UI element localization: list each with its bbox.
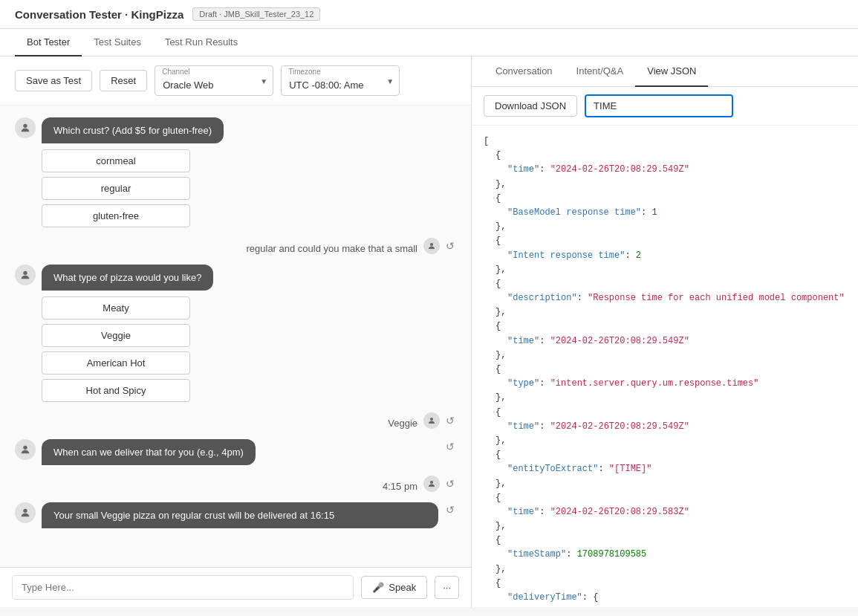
- json-line: "BaseModel response time": 1: [484, 206, 846, 220]
- bot-avatar-pizza: [15, 265, 36, 285]
- json-line: },: [484, 391, 846, 405]
- reset-button[interactable]: Reset: [100, 70, 147, 91]
- refresh-icon-regular[interactable]: ↺: [444, 239, 456, 253]
- json-line: },: [484, 178, 846, 192]
- pizza-options: Meaty Veggie American Hot Hot and Spicy: [42, 296, 213, 402]
- json-line: [: [484, 134, 846, 149]
- main-layout: Save as Test Reset Channel Oracle Web ▼ …: [0, 56, 858, 607]
- tab-test-suites[interactable]: Test Suites: [82, 29, 153, 56]
- final-bubble: Your small Veggie pizza on regular crust…: [42, 502, 438, 528]
- json-line: "time": "2024-02-26T20:08:29.549Z": [484, 334, 846, 348]
- bot-delivery-content: When can we deliver that for you (e.g., …: [42, 439, 256, 465]
- svg-point-3: [430, 418, 433, 421]
- option-gluten-free[interactable]: gluten-free: [42, 204, 190, 227]
- tab-view-json[interactable]: View JSON: [635, 56, 708, 87]
- option-american-hot[interactable]: American Hot: [42, 351, 190, 375]
- app-title: Conversation Tester · KingPizza: [15, 8, 183, 21]
- svg-point-0: [23, 124, 27, 128]
- speak-label: Speak: [389, 582, 416, 593]
- option-regular[interactable]: regular: [42, 177, 190, 200]
- tab-conversation[interactable]: Conversation: [484, 56, 565, 87]
- svg-point-2: [23, 271, 27, 275]
- option-hot-and-spicy[interactable]: Hot and Spicy: [42, 379, 190, 402]
- channel-label: Channel: [162, 68, 189, 76]
- bot-delivery-bubble: When can we deliver that for you (e.g., …: [42, 439, 256, 465]
- json-line: },: [484, 477, 846, 491]
- svg-point-6: [23, 509, 27, 513]
- json-line: },: [484, 220, 846, 234]
- bot-avatar-final: [15, 502, 36, 523]
- draft-badge: Draft · JMB_Skill_Tester_23_12: [192, 7, 320, 21]
- json-line: "deliveryTime": {: [484, 591, 846, 605]
- refresh-icon-time[interactable]: ↺: [444, 476, 456, 491]
- user-time-icons: ↺: [423, 476, 456, 492]
- bot-crust-bubble: Which crust? (Add $5 for gluten-free): [42, 117, 224, 143]
- json-line: "time": "2024-02-26T20:08:29.549Z": [484, 420, 846, 434]
- tab-intent-qa[interactable]: Intent/Q&A: [565, 56, 636, 87]
- json-line: {: [484, 448, 846, 462]
- json-line: {: [484, 577, 846, 591]
- bot-crust-content: Which crust? (Add $5 for gluten-free) co…: [42, 117, 224, 227]
- bot-message-crust: Which crust? (Add $5 for gluten-free) co…: [15, 117, 456, 227]
- chat-area: Which crust? (Add $5 for gluten-free) co…: [0, 106, 471, 567]
- chat-input[interactable]: [12, 575, 354, 600]
- json-line: {: [484, 363, 846, 377]
- json-line: },: [484, 305, 846, 320]
- json-line: "Intent response time": 2: [484, 249, 846, 263]
- left-panel: Save as Test Reset Channel Oracle Web ▼ …: [0, 56, 472, 607]
- json-line: "time": "2024-02-26T20:08:29.549Z": [484, 163, 846, 177]
- option-cornmeal[interactable]: cornmeal: [42, 149, 190, 172]
- download-json-button[interactable]: Download JSON: [484, 95, 577, 117]
- save-as-test-button[interactable]: Save as Test: [15, 70, 92, 91]
- mic-icon: 🎤: [372, 582, 384, 593]
- svg-point-4: [23, 446, 27, 450]
- json-line: "time": "2024-02-26T20:08:29.583Z": [484, 505, 846, 519]
- option-meaty[interactable]: Meaty: [42, 296, 190, 320]
- json-line: {: [484, 277, 846, 291]
- json-line: {: [484, 192, 846, 206]
- refresh-icon-delivery[interactable]: ↺: [444, 439, 456, 454]
- json-line: },: [484, 519, 846, 534]
- svg-point-5: [430, 481, 433, 484]
- bot-message-final: Your small Veggie pizza on regular crust…: [15, 502, 456, 528]
- tab-bot-tester[interactable]: Bot Tester: [15, 29, 82, 56]
- user-avatar-regular: [423, 238, 440, 254]
- bot-message-delivery: When can we deliver that for you (e.g., …: [15, 439, 456, 465]
- user-time-text: 4:15 pm: [383, 481, 417, 492]
- json-search-input[interactable]: [585, 94, 733, 117]
- user-avatar-time: [423, 476, 440, 492]
- timezone-select-wrapper: Timezone UTC -08:00: Ame ▼: [281, 65, 400, 96]
- user-message-veggie: Veggie ↺: [15, 412, 456, 429]
- refresh-icon-veggie[interactable]: ↺: [444, 413, 456, 428]
- top-bar: Conversation Tester · KingPizza Draft · …: [0, 0, 858, 29]
- channel-select-wrapper: Channel Oracle Web ▼: [155, 65, 273, 96]
- user-veggie-icons: ↺: [423, 412, 456, 429]
- json-line: "description": "Response time for each u…: [484, 291, 846, 305]
- bot-avatar-delivery: [15, 439, 36, 460]
- right-panel: Conversation Intent/Q&A View JSON Downlo…: [472, 56, 858, 607]
- json-line: {: [484, 149, 846, 163]
- bot-avatar-crust: [15, 117, 36, 138]
- json-line: },: [484, 434, 846, 448]
- svg-point-1: [430, 243, 433, 246]
- more-button[interactable]: ···: [435, 576, 459, 599]
- json-toolbar: Download JSON: [472, 87, 858, 126]
- user-message-time: 4:15 pm ↺: [15, 476, 456, 492]
- refresh-icon-final[interactable]: ↺: [444, 502, 456, 517]
- timezone-label: Timezone: [288, 68, 321, 76]
- speak-button[interactable]: 🎤 Speak: [361, 576, 427, 599]
- crust-options: cornmeal regular gluten-free: [42, 149, 224, 227]
- json-line: {: [484, 534, 846, 548]
- bot-pizza-bubble: What type of pizza would you like?: [42, 265, 213, 291]
- toolbar: Save as Test Reset Channel Oracle Web ▼ …: [0, 56, 471, 106]
- json-line: {: [484, 320, 846, 334]
- json-line: "timeStamp": 1708978109585: [484, 548, 846, 562]
- tab-test-run-results[interactable]: Test Run Results: [153, 29, 250, 56]
- json-line: "entityToExtract": "[TIME]": [484, 462, 846, 476]
- bot-pizza-content: What type of pizza would you like? Meaty…: [42, 265, 213, 402]
- option-veggie[interactable]: Veggie: [42, 324, 190, 347]
- json-line: },: [484, 263, 846, 277]
- bot-message-pizza: What type of pizza would you like? Meaty…: [15, 265, 456, 402]
- user-message-regular: regular and could you make that a small …: [15, 238, 456, 254]
- user-avatar-veggie: [423, 412, 440, 429]
